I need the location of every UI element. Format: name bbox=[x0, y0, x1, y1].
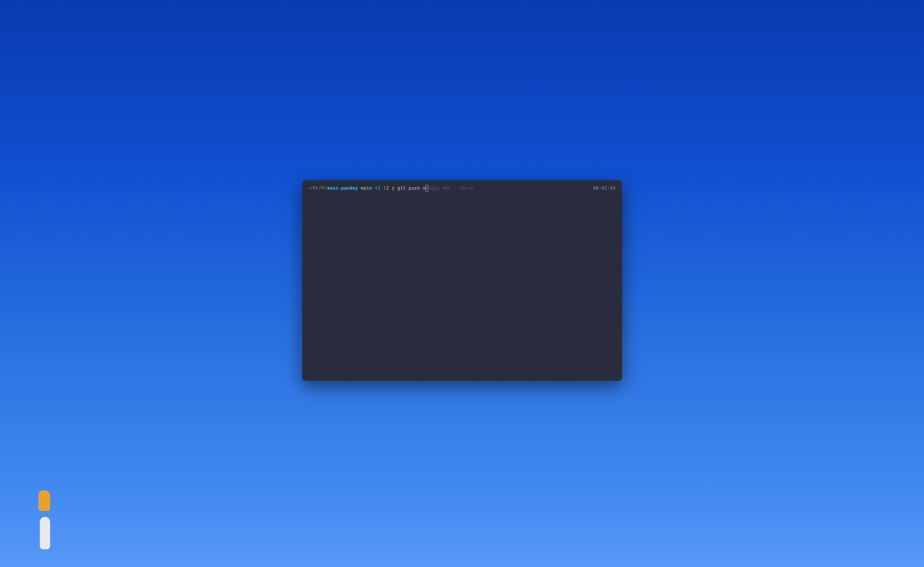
prompt-timestamp: 08:42:43 bbox=[593, 185, 616, 192]
terminal-cursor: r bbox=[426, 185, 428, 192]
desktop-mascot bbox=[40, 490, 52, 549]
path-directory: anuz-pandey bbox=[327, 185, 358, 192]
git-branch: main bbox=[361, 185, 372, 192]
prompt-arrow-icon: ❯ bbox=[392, 185, 395, 192]
git-dirty-indicator: !2 bbox=[383, 185, 389, 192]
git-ahead-indicator: +1 bbox=[375, 185, 380, 192]
cursor-character: r bbox=[426, 185, 428, 191]
command-typed[interactable]: git push o bbox=[398, 185, 426, 192]
path-prefix: ~/Pr/P/ bbox=[308, 185, 327, 192]
prompt-left: ~/Pr/P/anuz-pandey main +1 !2 ❯ git push… bbox=[308, 185, 474, 192]
terminal-window[interactable]: ~/Pr/P/anuz-pandey main +1 !2 ❯ git push… bbox=[302, 180, 622, 381]
command-autosuggest: igin dev --force bbox=[428, 185, 474, 192]
terminal-content[interactable]: ~/Pr/P/anuz-pandey main +1 !2 ❯ git push… bbox=[302, 180, 622, 197]
prompt-line[interactable]: ~/Pr/P/anuz-pandey main +1 !2 ❯ git push… bbox=[308, 185, 617, 192]
